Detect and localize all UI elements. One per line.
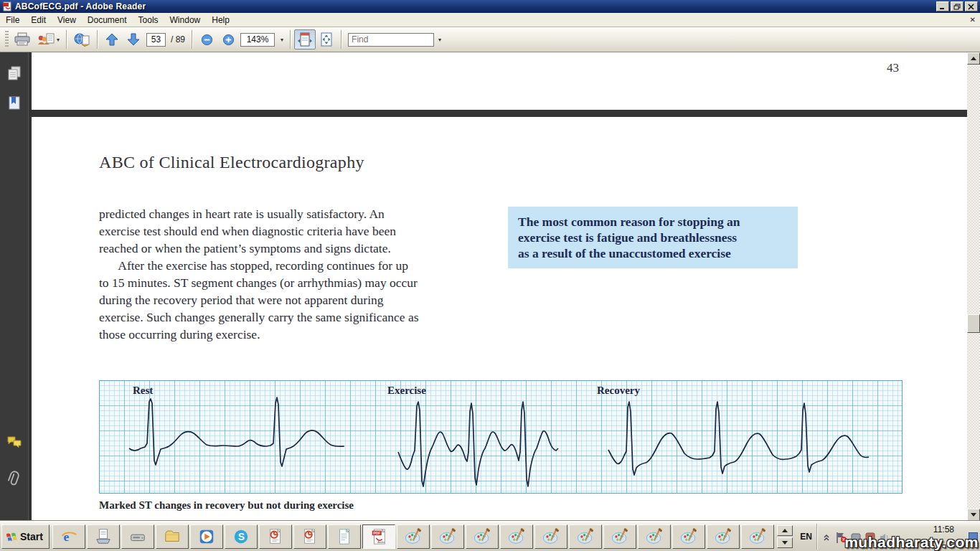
vertical-scrollbar[interactable]: [967, 52, 980, 521]
document-close-icon[interactable]: ✕: [970, 16, 976, 24]
ie-icon: e: [60, 528, 77, 545]
email-share-button[interactable]: ▾: [34, 29, 62, 50]
comments-panel-button[interactable]: [6, 435, 22, 451]
menu-item-edit[interactable]: Edit: [25, 14, 52, 27]
scrolling-mode-button[interactable]: [294, 29, 316, 50]
notepad-icon: [336, 528, 353, 545]
taskbar: Start eSPDFAdobe EN: [0, 521, 980, 551]
taskbar-button-paint-image-6[interactable]: [569, 524, 602, 549]
scroll-down-button[interactable]: [967, 509, 980, 521]
body-paragraph: predicted changes in heart rate is usual…: [99, 205, 512, 343]
zoom-out-button[interactable]: [196, 29, 217, 50]
zoom-in-button[interactable]: [217, 29, 239, 50]
taskbar-button-text-document[interactable]: [328, 524, 361, 549]
taskbar-button-paint-image-4[interactable]: [500, 524, 533, 549]
start-button[interactable]: Start: [1, 524, 50, 549]
taskbar-button-paint-image-1[interactable]: [397, 524, 430, 549]
ppt-icon: [301, 528, 319, 545]
document-page[interactable]: 43 ABC of Clinical Electrocardiography p…: [29, 52, 967, 521]
ecg-label-recovery: Recovery: [597, 385, 640, 397]
windows-logo-icon: [5, 531, 18, 542]
attachments-panel-button[interactable]: [6, 471, 22, 486]
menu-item-file[interactable]: File: [0, 14, 25, 27]
taskbar-button-paint-image-3[interactable]: [466, 524, 499, 549]
taskbar-button-paint-image-5[interactable]: [534, 524, 567, 549]
taskbar-button-paint-image-11[interactable]: [741, 524, 774, 549]
bookmarks-panel-button[interactable]: [6, 95, 22, 111]
bookmarks-icon: [6, 95, 22, 111]
menu-item-tools[interactable]: Tools: [133, 14, 164, 27]
scrolling-page-icon: [297, 32, 313, 47]
pdf-icon: PDFAdobe: [370, 528, 387, 545]
taskbar-button-media-player[interactable]: [190, 524, 223, 549]
page-separator: [32, 110, 967, 117]
toolbar-separator: [290, 30, 291, 49]
printed-page-number: 43: [887, 61, 899, 75]
taskbar-button-powerpoint-document-2[interactable]: [293, 524, 326, 549]
zoom-dropdown-button[interactable]: ▾: [276, 29, 286, 50]
skype-icon: S: [232, 528, 250, 545]
taskbar-button-removable-drive[interactable]: [121, 524, 154, 549]
restore-button[interactable]: [951, 1, 963, 11]
next-page-button[interactable]: [123, 29, 144, 50]
page-number-input[interactable]: 53: [146, 33, 166, 47]
find-input[interactable]: [348, 33, 434, 47]
close-icon: [968, 4, 975, 10]
find-dropdown-button[interactable]: ▾: [434, 29, 444, 50]
watermark-text: muhadharaty.com: [844, 534, 979, 551]
taskbar-button-internet-explorer[interactable]: e: [52, 524, 85, 549]
collaborate-button[interactable]: [70, 29, 93, 50]
comments-icon: [6, 435, 24, 451]
scroll-up-button[interactable]: [967, 52, 980, 65]
print-button[interactable]: [11, 29, 34, 50]
zoom-level-input[interactable]: 143%: [240, 33, 275, 47]
taskbar-scroll-down-button[interactable]: [777, 537, 793, 548]
fit-page-button[interactable]: [316, 29, 337, 50]
zoom-in-icon: [222, 34, 235, 46]
menu-bar: FileEditViewDocumentToolsWindowHelp ✕: [0, 13, 980, 27]
ppt-icon: [267, 528, 284, 545]
system-tray: 11:58 muhadharaty.com: [816, 524, 979, 550]
scrollbar-thumb[interactable]: [967, 314, 980, 333]
globe-document-icon: [73, 32, 90, 47]
doc-icon: [95, 528, 112, 545]
down-arrow-icon: [126, 32, 141, 47]
taskbar-scroll-up-button[interactable]: [777, 525, 793, 536]
taskbar-button-skype[interactable]: S: [225, 524, 258, 549]
taskbar-button-paint-image-2[interactable]: [431, 524, 464, 549]
taskbar-button-adobe-reader-document[interactable]: PDFAdobe: [362, 524, 395, 549]
menu-item-document[interactable]: Document: [82, 14, 133, 27]
menu-item-window[interactable]: Window: [164, 14, 207, 27]
taskbar-button-paint-image-8[interactable]: [638, 524, 671, 549]
ecg-label-exercise: Exercise: [387, 385, 426, 397]
menu-item-help[interactable]: Help: [206, 14, 235, 27]
previous-page-button[interactable]: [101, 29, 123, 50]
main-area: 43 ABC of Clinical Electrocardiography p…: [0, 52, 980, 521]
drive-icon: [129, 528, 146, 545]
menu-items: FileEditViewDocumentToolsWindowHelp: [0, 15, 235, 25]
up-triangle-icon: [782, 529, 788, 532]
taskbar-button-paint-image-9[interactable]: [672, 524, 705, 549]
paperclip-icon: [6, 471, 22, 488]
paint-icon: [611, 528, 629, 545]
taskbar-button-paint-image-7[interactable]: [603, 524, 636, 549]
paint-icon: [404, 528, 423, 545]
taskbar-button-paint-image-10[interactable]: [707, 524, 740, 549]
taskbar-button-powerpoint-document[interactable]: [259, 524, 292, 549]
paint-icon: [542, 528, 560, 545]
share-people-icon: [37, 32, 55, 47]
close-button[interactable]: [965, 1, 978, 11]
language-indicator[interactable]: EN: [796, 532, 816, 542]
menu-item-view[interactable]: View: [52, 14, 82, 27]
taskbar-button-print-document[interactable]: [87, 524, 120, 549]
minimize-button[interactable]: [936, 1, 949, 11]
title-bar: ABCofECG.pdf - Adobe Reader: [0, 0, 980, 13]
share-dropdown-caret[interactable]: ▾: [57, 37, 60, 43]
svg-text:PDF: PDF: [373, 531, 380, 535]
figure-caption: Marked ST changes in recovery but not du…: [99, 499, 354, 512]
paint-icon: [576, 528, 595, 545]
taskbar-button-folder-window[interactable]: [156, 524, 189, 549]
page-total-label: / 89: [171, 34, 185, 44]
pages-panel-button[interactable]: [6, 65, 22, 81]
hide-icons-chevron[interactable]: [821, 531, 831, 542]
